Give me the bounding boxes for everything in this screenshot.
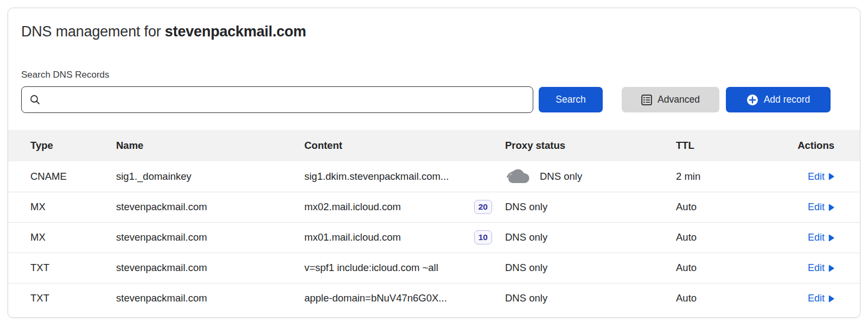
edit-label: Edit	[808, 171, 825, 183]
search-icon	[30, 95, 40, 105]
proxy-status-label: DNS only	[505, 231, 547, 243]
record-content: sig1.dkim.stevenpackmail.com...	[304, 171, 449, 183]
edit-record-link[interactable]: Edit	[808, 171, 834, 183]
record-type: MX	[8, 192, 116, 222]
record-name: stevenpackmail.com	[116, 283, 304, 313]
column-header-content: Content	[304, 130, 505, 161]
chevron-right-icon	[828, 295, 834, 303]
edit-label: Edit	[808, 202, 825, 213]
column-header-name: Name	[116, 130, 304, 161]
advanced-button[interactable]: Advanced	[622, 87, 719, 112]
proxy-status-label: DNS only	[540, 171, 582, 183]
priority-badge: 20	[474, 200, 492, 213]
table-row: MX stevenpackmail.com mx01.mail.icloud.c…	[8, 222, 860, 253]
add-record-button[interactable]: Add record	[726, 87, 831, 112]
search-input[interactable]	[45, 87, 533, 112]
domain-name: stevenpackmail.com	[165, 23, 307, 40]
record-content: mx02.mail.icloud.com	[304, 201, 401, 213]
edit-record-link[interactable]: Edit	[808, 202, 834, 213]
record-name: stevenpackmail.com	[116, 192, 304, 222]
search-box[interactable]	[21, 86, 533, 113]
record-name: sig1._domainkey	[116, 161, 304, 192]
chevron-right-icon	[828, 173, 834, 180]
dns-only-cloud-icon	[505, 168, 532, 185]
record-ttl: Auto	[676, 222, 755, 253]
record-ttl: Auto	[676, 283, 755, 313]
table-row: CNAME sig1._domainkey sig1.dkim.stevenpa…	[8, 161, 860, 192]
record-type: MX	[8, 222, 116, 253]
edit-record-link[interactable]: Edit	[808, 262, 834, 274]
edit-record-link[interactable]: Edit	[808, 293, 834, 304]
column-header-actions: Actions	[755, 130, 860, 161]
table-row: TXT stevenpackmail.com v=spf1 include:ic…	[8, 253, 860, 283]
proxy-status-label: DNS only	[505, 292, 547, 304]
record-ttl: Auto	[676, 192, 755, 222]
advanced-list-icon	[641, 95, 652, 105]
edit-label: Edit	[808, 232, 825, 243]
column-header-ttl: TTL	[676, 130, 755, 161]
plus-icon	[746, 94, 758, 106]
chevron-right-icon	[828, 265, 834, 272]
search-button[interactable]: Search	[539, 87, 603, 112]
record-content: v=spf1 include:icloud.com ~all	[304, 262, 438, 274]
record-name: stevenpackmail.com	[116, 222, 304, 253]
record-name: stevenpackmail.com	[116, 253, 304, 283]
record-type: CNAME	[8, 161, 116, 192]
table-row: MX stevenpackmail.com mx02.mail.icloud.c…	[8, 192, 860, 222]
table-header: Type Name Content Proxy status TTL Actio…	[8, 130, 860, 161]
column-header-type: Type	[8, 130, 116, 161]
chevron-right-icon	[828, 234, 834, 242]
record-ttl: Auto	[676, 253, 755, 283]
record-ttl: 2 min	[676, 161, 755, 192]
record-content: mx01.mail.icloud.com	[304, 231, 401, 243]
edit-label: Edit	[808, 262, 825, 274]
proxy-status-label: DNS only	[505, 201, 547, 213]
proxy-status-label: DNS only	[505, 262, 547, 274]
table-row: TXT stevenpackmail.com apple-domain=bNuV…	[8, 283, 860, 313]
dns-management-card: DNS management for stevenpackmail.com Se…	[8, 8, 860, 318]
edit-label: Edit	[808, 293, 825, 304]
record-content: apple-domain=bNuV47n6G0X...	[304, 292, 447, 304]
search-controls: Search Advanced	[21, 86, 847, 113]
record-type: TXT	[8, 283, 116, 313]
column-header-proxy-status: Proxy status	[505, 130, 676, 161]
record-type: TXT	[8, 253, 116, 283]
chevron-right-icon	[828, 204, 834, 211]
page-title: DNS management for stevenpackmail.com	[21, 23, 847, 40]
priority-badge: 10	[474, 230, 492, 244]
edit-record-link[interactable]: Edit	[808, 232, 834, 243]
dns-records-table: Type Name Content Proxy status TTL Actio…	[8, 130, 860, 313]
table-body: CNAME sig1._domainkey sig1.dkim.stevenpa…	[8, 161, 860, 313]
search-label: Search DNS Records	[21, 70, 847, 80]
